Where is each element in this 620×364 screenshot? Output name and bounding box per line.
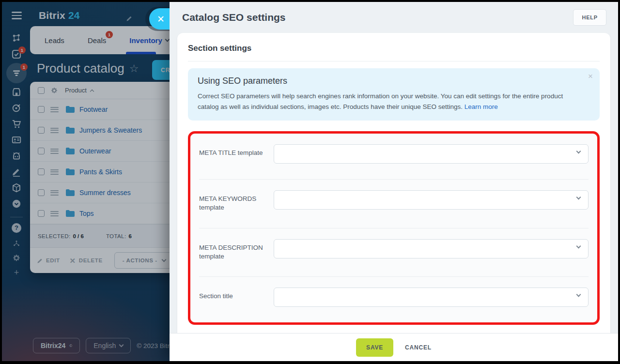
info-title: Using SEO parameters bbox=[198, 76, 579, 86]
meta-description-select[interactable] bbox=[274, 239, 589, 258]
field-label-meta-keywords: META KEYWORDS template bbox=[199, 190, 272, 212]
cancel-button[interactable]: CANCEL bbox=[405, 344, 432, 351]
field-label-meta-title: META TITLE template bbox=[199, 144, 272, 157]
close-icon: ✕ bbox=[157, 14, 165, 25]
form-row: META DESCRIPTION template bbox=[190, 228, 597, 276]
seo-settings-panel: ✕ Catalog SEO settings HELP Section sett… bbox=[170, 2, 618, 361]
form-row: META KEYWORDS template bbox=[190, 180, 597, 228]
info-close-button[interactable]: × bbox=[588, 72, 593, 80]
screen-frame: 1 1 bbox=[2, 2, 618, 361]
settings-card: Section settings Using SEO parameters Co… bbox=[177, 33, 610, 333]
section-settings-title: Section settings bbox=[188, 44, 600, 53]
divider bbox=[188, 61, 600, 61]
chevron-down-icon bbox=[576, 292, 581, 297]
info-body: Correct SEO parameters will help search … bbox=[198, 91, 579, 112]
learn-more-link[interactable]: Learn more bbox=[465, 103, 498, 110]
panel-body: Section settings Using SEO parameters Co… bbox=[170, 33, 618, 333]
field-label-meta-description: META DESCRIPTION template bbox=[199, 239, 272, 261]
seo-info-box: Using SEO parameters Correct SEO paramet… bbox=[188, 68, 600, 121]
save-button[interactable]: SAVE bbox=[356, 338, 393, 357]
panel-header: Catalog SEO settings HELP bbox=[170, 2, 618, 33]
chevron-down-icon bbox=[576, 243, 581, 248]
form-row: Section title bbox=[190, 277, 597, 322]
meta-keywords-select[interactable] bbox=[274, 190, 589, 210]
form-row: META TITLE template bbox=[190, 134, 597, 179]
close-panel-button[interactable]: ✕ bbox=[149, 8, 170, 30]
chevron-down-icon bbox=[576, 195, 581, 200]
help-button[interactable]: HELP bbox=[573, 9, 606, 26]
chevron-down-icon bbox=[576, 149, 581, 154]
panel-title: Catalog SEO settings bbox=[182, 12, 286, 23]
highlighted-form-area: META TITLE template META KEYWORDS templa… bbox=[188, 131, 600, 325]
close-icon: × bbox=[588, 72, 593, 81]
meta-title-select[interactable] bbox=[274, 144, 589, 164]
section-title-select[interactable] bbox=[274, 288, 589, 307]
field-label-section-title: Section title bbox=[199, 288, 272, 301]
panel-footer: SAVE CANCEL bbox=[170, 333, 618, 361]
